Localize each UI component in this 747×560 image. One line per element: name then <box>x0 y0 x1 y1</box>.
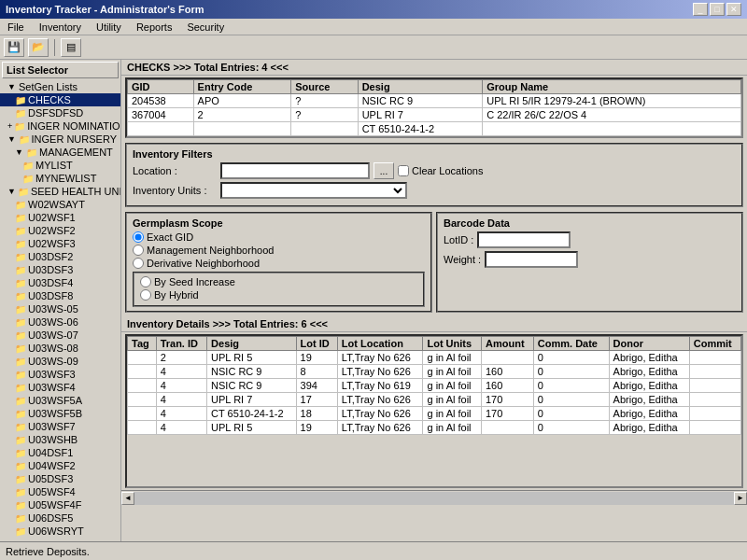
sidebar-item-u03ws09[interactable]: 📁 U03WS-09 <box>0 355 120 368</box>
sidebar-item-mylist[interactable]: 📁 MYLIST <box>0 159 120 172</box>
minimize-button[interactable]: _ <box>693 3 708 16</box>
folder-icon: 📁 <box>15 343 26 354</box>
sidebar-item-u06wsryt[interactable]: 📁 U06WSRYT <box>0 525 120 538</box>
cell-desig: UPL RI 7 <box>207 393 296 407</box>
sidebar-item-u05wsf4[interactable]: 📁 U05WSF4 <box>0 485 120 498</box>
checks-table-container[interactable]: GID Entry Code Source Desig Group Name 2… <box>125 77 743 138</box>
scroll-right-button[interactable]: ► <box>734 492 747 505</box>
sidebar-header: List Selector <box>2 62 119 78</box>
col-lot-units: Lot Units <box>423 337 482 351</box>
table-row[interactable]: 367004 2 ? UPL RI 7 C 22/IR 26/C 22/OS 4 <box>128 108 741 122</box>
sidebar-item-u03wsf7[interactable]: 📁 U03WSF7 <box>0 420 120 433</box>
sidebar-item-u03dsf2[interactable]: 📁 U03DSF2 <box>0 250 120 263</box>
lot-id-input[interactable] <box>477 231 571 248</box>
sidebar-item-u03dsf3[interactable]: 📁 U03DSF3 <box>0 263 120 276</box>
sidebar-item-u05wsf4f[interactable]: 📁 U05WSF4F <box>0 498 120 511</box>
barcode-button[interactable]: ▤ <box>61 38 81 57</box>
details-scrollbar[interactable]: ◄ ► <box>121 490 747 505</box>
expand-icon: ▼ <box>7 134 17 144</box>
col-lot-id: Lot ID <box>296 337 337 351</box>
sidebar-item-seed-health[interactable]: ▼ 📁 SEED HEALTH UNIT <box>0 185 120 198</box>
seed-increase-radio-label[interactable]: By Seed Increase <box>140 276 417 287</box>
cell-lot-units: g in Al foil <box>423 393 482 407</box>
sidebar-item-u02wsf3[interactable]: 📁 U02WSF3 <box>0 237 120 250</box>
sidebar-item-u03ws06[interactable]: 📁 U03WS-06 <box>0 315 120 329</box>
sidebar-item-u03wsf5a[interactable]: 📁 U03WSF5A <box>0 394 120 407</box>
menu-security[interactable]: Security <box>183 21 228 33</box>
sidebar-item-dsfsdfsd[interactable]: 📁 DSFSDFSD <box>0 106 120 119</box>
sidebar-item-u04dsf1[interactable]: 📁 U04DSF1 <box>0 446 120 459</box>
sidebar-item-u03wsf3[interactable]: 📁 U03WSF3 <box>0 368 120 381</box>
table-row[interactable]: CT 6510-24-1-2 <box>128 122 741 136</box>
sidebar-item-u02wsf2[interactable]: 📁 U02WSF2 <box>0 224 120 237</box>
weight-input[interactable] <box>485 251 578 268</box>
cell-source <box>291 122 359 136</box>
cell-tag <box>128 421 157 435</box>
sidebar-item-u03dsf4[interactable]: 📁 U03DSF4 <box>0 276 120 289</box>
sidebar-item-u06dsf5[interactable]: 📁 U06DSF5 <box>0 511 120 525</box>
detail-row[interactable]: 4 UPL RI 7 17 LT,Tray No 626 g in Al foi… <box>128 393 741 407</box>
table-row[interactable]: 204538 APO ? NSIC RC 9 UPL RI 5/IR 12979… <box>128 94 741 108</box>
detail-row[interactable]: 4 CT 6510-24-1-2 18 LT,Tray No 626 g in … <box>128 407 741 421</box>
detail-row[interactable]: 4 NSIC RC 9 8 LT,Tray No 626 g in Al foi… <box>128 365 741 379</box>
scroll-left-button[interactable]: ◄ <box>121 492 134 505</box>
sidebar-item-label: U03WS-05 <box>28 303 78 315</box>
cell-lot-location: LT,Tray No 626 <box>337 351 423 365</box>
derivative-neighborhood-radio-label[interactable]: Derivative Neighborhood <box>133 258 425 269</box>
exact-gid-radio-label[interactable]: Exact GID <box>133 231 425 243</box>
location-input[interactable] <box>220 162 370 179</box>
sidebar-item-u03ws05[interactable]: 📁 U03WS-05 <box>0 302 120 315</box>
sidebar-item-u02wsf1[interactable]: 📁 U02WSF1 <box>0 211 120 224</box>
detail-row[interactable]: 2 UPL RI 5 19 LT,Tray No 626 g in Al foi… <box>128 351 741 365</box>
sidebar-item-u03wshb[interactable]: 📁 U03WSHB <box>0 433 120 446</box>
save-button[interactable]: 💾 <box>4 38 24 57</box>
exact-gid-radio[interactable] <box>133 231 144 243</box>
sidebar-item-u03dsf8[interactable]: 📁 U03DSF8 <box>0 289 120 302</box>
scroll-track[interactable] <box>134 492 734 505</box>
clear-locations-label[interactable]: Clear Locations <box>398 165 483 176</box>
sidebar-item-label: U02WSF1 <box>28 212 76 223</box>
folder-icon: 📁 <box>15 513 26 524</box>
maximize-button[interactable]: □ <box>710 3 725 16</box>
management-neighborhood-radio[interactable] <box>133 245 144 256</box>
cell-lot-location: LT,Tray No 626 <box>337 421 423 435</box>
sidebar-item-inger-nom[interactable]: + 📁 INGER NOMINATION LI... <box>0 119 120 133</box>
open-button[interactable]: 📂 <box>28 38 49 57</box>
toolbar: 💾 📂 ▤ <box>0 35 747 60</box>
detail-row[interactable]: 4 UPL RI 5 19 LT,Tray No 626 g in Al foi… <box>128 421 741 435</box>
folder-icon: 📁 <box>22 161 34 171</box>
col-commit: Commit <box>689 337 740 351</box>
sidebar-item-inger-nursery[interactable]: ▼ 📁 INGER NURSERY <box>0 133 120 146</box>
sidebar-item-u03ws08[interactable]: 📁 U03WS-08 <box>0 342 120 355</box>
sidebar-item-management[interactable]: ▼ 📁 MANAGEMENT <box>0 146 120 159</box>
inventory-details-container[interactable]: Tag Tran. ID Desig Lot ID Lot Location L… <box>125 334 743 488</box>
derivative-neighborhood-radio[interactable] <box>133 258 144 269</box>
expand-icon: ▼ <box>7 82 17 91</box>
sidebar-item-label: INGER NOMINATION LI... <box>27 120 121 132</box>
sidebar-item-u03wsf5b[interactable]: 📁 U03WSF5B <box>0 407 120 420</box>
by-hybrid-radio[interactable] <box>140 289 151 301</box>
inventory-units-select[interactable] <box>220 182 407 199</box>
clear-locations-checkbox[interactable] <box>398 165 409 176</box>
location-browse-button[interactable]: ... <box>374 162 394 179</box>
sidebar-item-u03wsf4[interactable]: 📁 U03WSF4 <box>0 381 120 394</box>
sidebar-item-u04wsf2[interactable]: 📁 U04WSF2 <box>0 459 120 472</box>
sidebar-item-u05dsf3[interactable]: 📁 U05DSF3 <box>0 472 120 485</box>
sidebar-item-mynewlist[interactable]: 📁 MYNEWLIST <box>0 172 120 185</box>
seed-increase-radio[interactable] <box>140 276 151 287</box>
folder-icon: 📁 <box>15 278 26 288</box>
close-button[interactable]: ✕ <box>726 3 741 16</box>
window-controls[interactable]: _ □ ✕ <box>693 3 741 16</box>
sidebar-item-u03ws07[interactable]: 📁 U03WS-07 <box>0 329 120 342</box>
sidebar-item-checks[interactable]: 📁 CHECKS <box>0 93 120 106</box>
cell-tran-id: 4 <box>156 393 206 407</box>
detail-row[interactable]: 4 NSIC RC 9 394 LT,Tray No 619 g in Al f… <box>128 379 741 393</box>
menu-file[interactable]: File <box>4 21 28 33</box>
by-hybrid-radio-label[interactable]: By Hybrid <box>140 289 417 301</box>
management-neighborhood-radio-label[interactable]: Management Neighborhood <box>133 245 425 256</box>
menu-reports[interactable]: Reports <box>133 21 176 33</box>
menu-utility[interactable]: Utility <box>92 21 125 33</box>
sidebar-item-w02wsayt[interactable]: 📁 W02WSAYT <box>0 198 120 211</box>
menu-inventory[interactable]: Inventory <box>35 21 85 33</box>
folder-icon: 📁 <box>15 213 26 223</box>
